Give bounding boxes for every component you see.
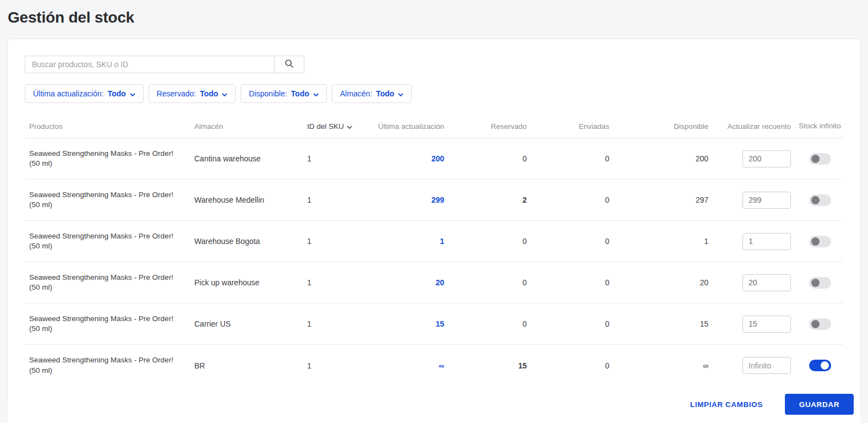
- save-button[interactable]: GUARDAR: [785, 394, 854, 415]
- table-row: Seaweed Strengthening Masks - Pre Order!…: [25, 345, 843, 386]
- last-update-value[interactable]: 20: [372, 278, 449, 287]
- chevron-down-icon: [398, 89, 403, 98]
- warehouse-name: Carrier US: [190, 319, 303, 328]
- table-row: Seaweed Strengthening Masks - Pre Order!…: [25, 180, 843, 221]
- sku-id: 1: [303, 361, 372, 370]
- available-value: ∞: [614, 361, 713, 370]
- header-reserved: Reservado: [449, 122, 531, 131]
- filter-value: Todo: [376, 89, 394, 98]
- shipped-value: 0: [531, 154, 614, 163]
- available-value: 297: [614, 196, 713, 204]
- warehouse-name: Warehouse Medellin: [190, 196, 303, 204]
- update-count-input[interactable]: [743, 192, 791, 209]
- header-available: Disponible: [614, 122, 713, 131]
- last-update-value[interactable]: 299: [372, 196, 449, 204]
- product-name: Seaweed Strengthening Masks - Pre Order!…: [25, 355, 190, 375]
- last-update-value[interactable]: 200: [372, 154, 449, 163]
- filter-available[interactable]: Disponible: Todo: [241, 84, 326, 103]
- available-value: 1: [614, 237, 713, 246]
- sku-id: 1: [303, 319, 372, 328]
- infinite-stock-toggle[interactable]: [809, 360, 831, 371]
- shipped-value: 0: [531, 278, 614, 287]
- update-count-input[interactable]: [743, 233, 791, 250]
- toggle-knob: [811, 320, 820, 328]
- product-name: Seaweed Strengthening Masks - Pre Order!…: [25, 314, 190, 334]
- sku-id: 1: [303, 278, 372, 287]
- search-input[interactable]: [25, 56, 274, 73]
- infinite-stock-toggle[interactable]: [809, 194, 831, 206]
- header-warehouse: Almacén: [190, 122, 303, 131]
- last-update-value[interactable]: 15: [372, 319, 449, 328]
- product-name: Seaweed Strengthening Masks - Pre Order!…: [25, 149, 190, 169]
- infinite-stock-toggle[interactable]: [809, 153, 831, 165]
- stock-table: Productos Almacén ID del SKU Última actu…: [25, 115, 843, 386]
- toggle-knob: [811, 155, 820, 163]
- filter-label: Almacén:: [340, 89, 372, 98]
- product-name: Seaweed Strengthening Masks - Pre Order!…: [25, 231, 190, 251]
- available-value: 200: [614, 154, 713, 163]
- toggle-knob: [811, 237, 820, 246]
- sku-id: 1: [303, 154, 372, 163]
- header-sku-sort[interactable]: ID del SKU: [303, 122, 372, 131]
- clear-changes-button[interactable]: LIMPIAR CAMBIOS: [690, 400, 763, 409]
- available-value: 15: [614, 319, 713, 328]
- table-header-row: Productos Almacén ID del SKU Última actu…: [25, 115, 843, 138]
- infinite-stock-toggle[interactable]: [809, 318, 831, 330]
- table-row: Seaweed Strengthening Masks - Pre Order!…: [25, 221, 843, 262]
- filter-bar: Última actualización: Todo Reservado: To…: [25, 84, 843, 103]
- infinite-stock-toggle[interactable]: [809, 236, 831, 247]
- search-button[interactable]: [274, 56, 304, 73]
- filter-label: Disponible:: [249, 89, 287, 98]
- infinite-stock-toggle[interactable]: [809, 277, 831, 289]
- filter-label: Última actualización:: [33, 89, 103, 98]
- filter-value: Todo: [107, 89, 125, 98]
- action-bar: LIMPIAR CAMBIOS GUARDAR: [8, 386, 860, 423]
- last-update-value[interactable]: 1: [372, 237, 449, 246]
- filter-warehouse[interactable]: Almacén: Todo: [332, 84, 412, 103]
- header-products: Productos: [25, 122, 190, 131]
- reserved-value: 0: [449, 237, 531, 246]
- header-update-count: Actualizar recuento: [713, 122, 795, 131]
- filter-reserved[interactable]: Reservado: Todo: [149, 84, 236, 103]
- search-bar: [25, 56, 304, 73]
- warehouse-name: BR: [190, 361, 303, 370]
- chevron-down-icon: [222, 89, 227, 98]
- shipped-value: 0: [531, 361, 614, 370]
- table-row: Seaweed Strengthening Masks - Pre Order!…: [25, 262, 843, 303]
- header-sku-label: ID del SKU: [307, 122, 344, 131]
- filter-label: Reservado:: [157, 89, 196, 98]
- toggle-knob: [811, 279, 820, 287]
- header-infinite-stock: Stock infinito: [795, 122, 844, 131]
- product-name: Seaweed Strengthening Masks - Pre Order!…: [25, 190, 190, 210]
- available-value: 20: [614, 278, 713, 287]
- warehouse-name: Pick up warehouse: [190, 278, 303, 287]
- toggle-knob: [811, 196, 820, 204]
- page-title: Gestión del stock: [0, 0, 868, 26]
- update-count-input[interactable]: [743, 316, 791, 333]
- reserved-value[interactable]: 2: [449, 196, 531, 204]
- sku-id: 1: [303, 196, 372, 204]
- chevron-down-icon: [347, 122, 352, 131]
- last-update-value[interactable]: ∞: [372, 361, 449, 370]
- chevron-down-icon: [130, 89, 135, 98]
- header-last-update: Última actualización: [372, 122, 449, 131]
- sku-id: 1: [303, 237, 372, 246]
- toggle-knob: [821, 361, 829, 370]
- reserved-value: 0: [449, 319, 531, 328]
- update-count-input[interactable]: [743, 274, 791, 291]
- warehouse-name: Warehouse Bogota: [190, 237, 303, 246]
- search-icon: [285, 59, 294, 70]
- table-row: Seaweed Strengthening Masks - Pre Order!…: [25, 138, 843, 180]
- reserved-value: 0: [449, 278, 531, 287]
- shipped-value: 0: [531, 237, 614, 246]
- filter-last-update[interactable]: Última actualización: Todo: [25, 84, 144, 103]
- header-shipped: Enviadas: [531, 122, 614, 131]
- product-name: Seaweed Strengthening Masks - Pre Order!…: [25, 273, 190, 292]
- shipped-value: 0: [531, 319, 614, 328]
- stock-management-card: Última actualización: Todo Reservado: To…: [7, 39, 861, 403]
- filter-value: Todo: [200, 89, 218, 98]
- update-count-input[interactable]: [743, 150, 791, 167]
- table-row: Seaweed Strengthening Masks - Pre Order!…: [25, 303, 843, 345]
- update-count-input: [743, 357, 791, 374]
- reserved-value[interactable]: 15: [449, 361, 531, 370]
